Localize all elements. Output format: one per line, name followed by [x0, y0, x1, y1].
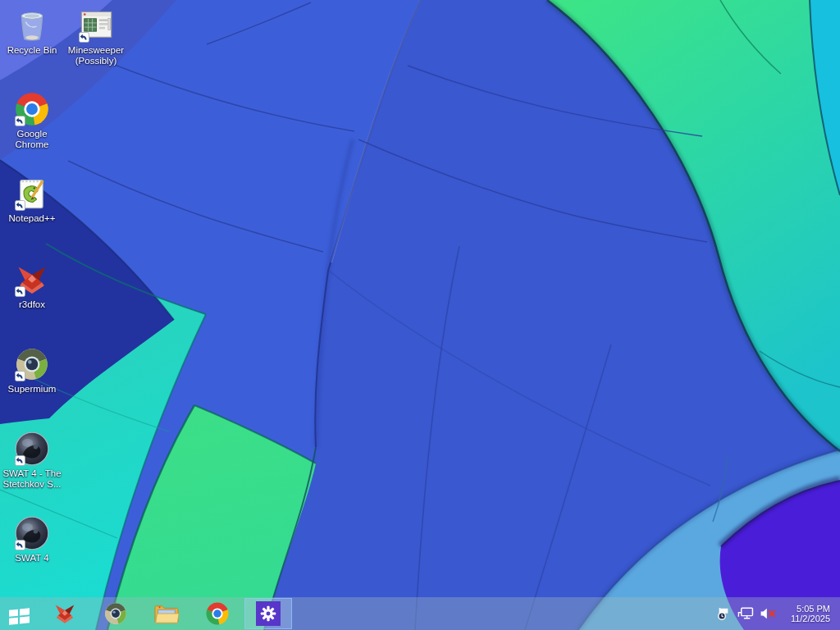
shortcut-arrow-icon — [15, 455, 25, 466]
system-tray: 5:05 PM 11/2/2025 — [717, 597, 840, 630]
action-center-flag-icon — [717, 606, 732, 621]
icon-label: Recycle Bin — [7, 45, 57, 56]
chrome-icon — [205, 601, 230, 626]
desktop: Recycle Bin — [0, 0, 840, 630]
r3dfox-icon — [13, 261, 51, 299]
volume-muted-icon — [760, 607, 777, 620]
r3dfox-icon — [52, 601, 77, 626]
network-wired-icon — [737, 607, 754, 620]
start-button[interactable] — [0, 597, 39, 630]
action-center-button[interactable] — [717, 597, 732, 630]
shortcut-arrow-icon — [79, 32, 89, 43]
clock-time: 5:05 PM — [791, 604, 830, 614]
taskbar-button-settings-active[interactable] — [244, 598, 292, 629]
icon-label: Minesweeper (Possibly) — [65, 45, 127, 66]
settings-gear-icon — [258, 604, 278, 623]
clock-date: 11/2/2025 — [791, 614, 830, 624]
taskbar-button-r3dfox[interactable] — [39, 597, 90, 630]
shortcut-arrow-icon — [15, 286, 25, 297]
icon-label: Supermium — [8, 384, 57, 395]
chrome-icon — [13, 90, 51, 128]
taskbar-button-file-explorer[interactable] — [141, 597, 192, 630]
icon-label: SWAT 4 - The Stetchkov S... — [1, 468, 63, 490]
desktop-icons: Recycle Bin — [0, 0, 840, 630]
taskbar-button-google-chrome[interactable] — [192, 597, 243, 630]
network-button[interactable] — [737, 597, 754, 630]
icon-label: Google Chrome — [1, 129, 63, 150]
icon-label: r3dfox — [19, 299, 45, 310]
desktop-icon-supermium[interactable]: Supermium — [0, 345, 64, 395]
desktop-icon-google-chrome[interactable]: Google Chrome — [0, 90, 64, 150]
swat4-stetchkov-icon — [13, 430, 51, 468]
swat4-icon — [13, 514, 51, 552]
supermium-icon — [103, 601, 128, 626]
shortcut-arrow-icon — [15, 540, 25, 550]
desktop-icon-r3dfox[interactable]: r3dfox — [0, 261, 64, 310]
taskbar: 5:05 PM 11/2/2025 — [0, 597, 840, 630]
desktop-icon-minesweeper[interactable]: Minesweeper (Possibly) — [64, 7, 128, 66]
shortcut-arrow-icon — [15, 200, 25, 211]
file-explorer-icon — [153, 602, 180, 625]
settings-tile — [256, 601, 281, 626]
icon-label: Notepad++ — [9, 213, 56, 224]
taskbar-clock[interactable]: 5:05 PM 11/2/2025 — [791, 604, 830, 624]
icon-label: SWAT 4 — [15, 553, 48, 564]
minesweeper-icon — [77, 7, 115, 44]
recycle-bin-icon — [13, 7, 51, 44]
shortcut-arrow-icon — [15, 371, 25, 381]
desktop-icon-notepad-plus-plus[interactable]: Notepad++ — [0, 175, 64, 224]
windows-start-icon — [7, 601, 32, 626]
notepad-plus-plus-icon — [13, 175, 51, 212]
taskbar-button-supermium[interactable] — [90, 597, 141, 630]
desktop-icon-swat4[interactable]: SWAT 4 — [0, 514, 64, 564]
desktop-icon-recycle-bin[interactable]: Recycle Bin — [0, 7, 64, 56]
volume-button[interactable] — [760, 597, 777, 630]
shortcut-arrow-icon — [15, 116, 25, 126]
supermium-icon — [13, 345, 51, 383]
desktop-icon-swat4-stetchkov[interactable]: SWAT 4 - The Stetchkov S... — [0, 430, 64, 490]
